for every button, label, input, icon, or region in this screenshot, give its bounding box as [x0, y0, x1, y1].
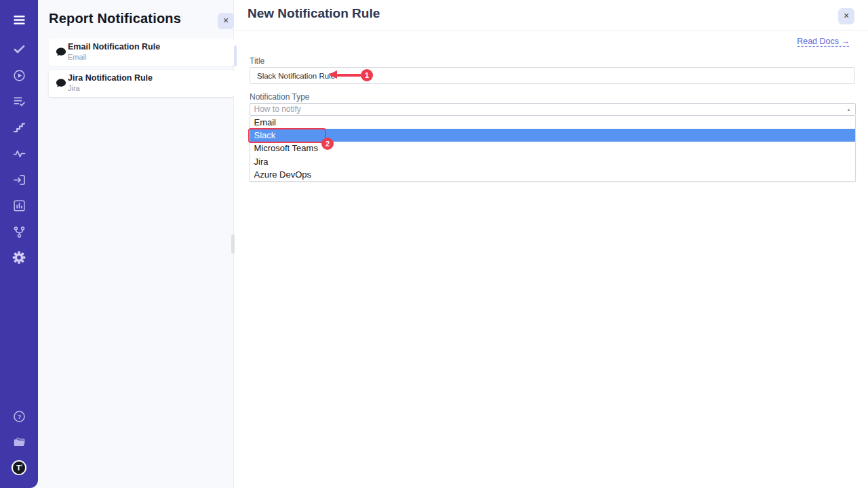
gear-icon: [12, 250, 26, 265]
list-item-subtitle: Jira: [68, 84, 80, 92]
list-item-subtitle: Email: [68, 53, 87, 61]
close-icon: ×: [223, 15, 229, 26]
folders-icon: [12, 435, 26, 449]
panel-resize-handle[interactable]: [231, 235, 235, 253]
svg-text:?: ?: [17, 413, 21, 420]
drawer-close-button[interactable]: ×: [838, 8, 854, 24]
sidebar: ? T: [0, 0, 38, 488]
dropdown-option-jira[interactable]: Jira: [250, 155, 855, 168]
dropdown-option-azure-devops[interactable]: Azure DevOps: [250, 168, 855, 181]
help-button[interactable]: ?: [11, 408, 27, 424]
sidebar-item-analytics[interactable]: [11, 197, 27, 214]
header-divider: [234, 30, 868, 30]
sidebar-item-settings[interactable]: [11, 249, 27, 266]
sidebar-item-runs[interactable]: [11, 67, 27, 83]
notification-type-label: Notification Type: [250, 92, 310, 102]
dropdown-option-microsoft-teams[interactable]: Microsoft Teams: [250, 142, 855, 155]
steps-icon: [12, 121, 26, 135]
notification-type-dropdown: Email Slack Microsoft Teams Jira Azure D…: [250, 116, 856, 182]
panel-title: Report Notifications: [49, 11, 181, 26]
sidebar-item-pulse[interactable]: [11, 145, 27, 161]
annotation-step-1-badge: 1: [361, 69, 373, 81]
list-item-jira-rule[interactable]: Jira Notification Rule Jira: [49, 70, 234, 97]
list-item-title: Email Notification Rule: [68, 42, 160, 52]
list-check-icon: [12, 94, 26, 108]
list-item-title: Jira Notification Rule: [68, 73, 153, 83]
play-circle-icon: [12, 68, 26, 83]
menu-icon: [12, 13, 26, 27]
annotation-arrow-line: [336, 74, 361, 77]
chat-bubble-icon: [55, 77, 67, 89]
sidebar-item-branches[interactable]: [11, 224, 27, 240]
sidebar-item-tests[interactable]: [11, 41, 27, 57]
projects-button[interactable]: [11, 434, 27, 450]
sidebar-item-plans[interactable]: [11, 93, 27, 109]
check-icon: [12, 42, 26, 56]
page-title: New Notification Rule: [248, 6, 380, 21]
notification-type-select[interactable]: How to notify ▴: [250, 103, 856, 116]
menu-button[interactable]: [11, 12, 27, 28]
title-label: Title: [250, 56, 264, 66]
sidebar-item-milestones[interactable]: [11, 119, 27, 136]
pulse-icon: [12, 146, 26, 161]
report-notifications-panel: Report Notifications × Email Notificatio…: [38, 0, 234, 488]
sidebar-item-import[interactable]: [11, 171, 27, 188]
panel-close-button[interactable]: ×: [218, 13, 234, 29]
select-caret-icon: ▴: [847, 106, 850, 113]
logo-icon: T: [11, 460, 27, 476]
app-logo[interactable]: T: [11, 460, 27, 476]
help-icon: ?: [12, 409, 26, 424]
read-docs-link[interactable]: Read Docs →: [797, 37, 850, 46]
bar-chart-icon: [12, 199, 26, 213]
list-item-email-rule[interactable]: Email Notification Rule Email: [49, 39, 234, 66]
svg-text:T: T: [16, 464, 21, 472]
select-placeholder: How to notify: [254, 104, 301, 114]
close-icon: ×: [844, 10, 849, 21]
sign-in-icon: [12, 173, 26, 187]
app-window: ? T Report Notifications × Emai: [0, 0, 868, 488]
dropdown-option-email[interactable]: Email: [250, 116, 855, 129]
annotation-step-2-badge: 2: [321, 138, 334, 150]
chat-bubble-icon: [55, 46, 67, 58]
dropdown-option-slack[interactable]: Slack: [250, 129, 855, 142]
branch-icon: [12, 225, 26, 239]
scroll-indicator: [234, 45, 237, 66]
new-notification-rule-drawer: New Notification Rule × Read Docs → Titl…: [234, 0, 868, 488]
